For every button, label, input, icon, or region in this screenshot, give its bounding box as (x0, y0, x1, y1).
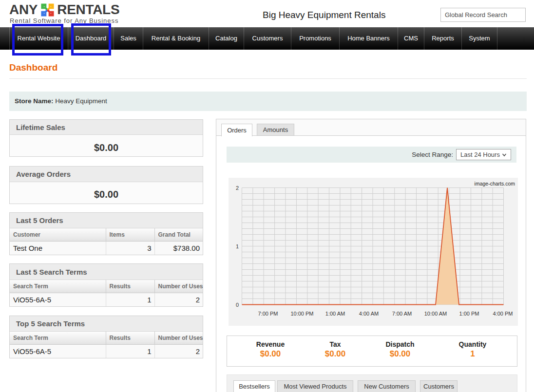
svg-text:7:00 PM: 7:00 PM (258, 311, 278, 317)
svg-text:1:00 PM: 1:00 PM (459, 311, 479, 317)
svg-text:10:00 PM: 10:00 PM (290, 311, 313, 317)
svg-text:1: 1 (236, 243, 239, 249)
svg-text:0: 0 (236, 302, 239, 308)
svg-text:4:00 AM: 4:00 AM (359, 311, 379, 317)
svg-text:4:00 PM: 4:00 PM (493, 311, 513, 317)
svg-text:10:00 AM: 10:00 AM (424, 311, 447, 317)
svg-text:image-charts.com: image-charts.com (475, 181, 515, 187)
svg-text:1:00 AM: 1:00 AM (325, 311, 345, 317)
svg-text:2: 2 (236, 185, 239, 191)
svg-text:7:00 AM: 7:00 AM (392, 311, 412, 317)
